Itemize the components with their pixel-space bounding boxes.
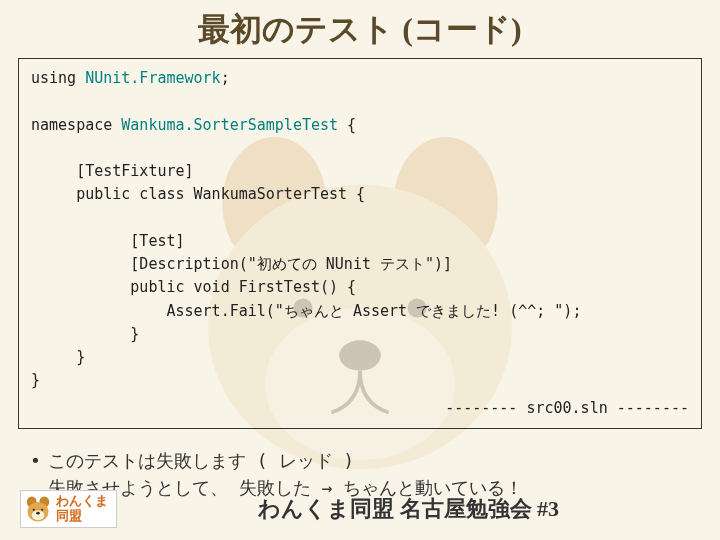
code-line: public class WankumaSorterTest {: [31, 185, 365, 203]
slide-title: 最初のテスト (コード): [0, 0, 720, 58]
code-line: namespace: [31, 116, 121, 134]
code-line: }: [31, 371, 40, 389]
logo: わんくま 同盟: [20, 490, 117, 528]
logo-text: わんくま 同盟: [56, 494, 108, 524]
code-line: Assert.Fail("ちゃんと Assert できました! (^^; ");: [31, 302, 581, 320]
footer: わんくま 同盟 わんくま同盟 名古屋勉強会 #3: [0, 490, 720, 528]
code-line: [TestFixture]: [31, 162, 194, 180]
bullet-item: •このテストは失敗します ( レッド ): [30, 447, 690, 474]
code-block: using NUnit.Framework; namespace Wankuma…: [18, 58, 702, 429]
bear-icon: [24, 495, 52, 523]
code-line: [Description("初めての NUnit テスト")]: [31, 255, 452, 273]
code-line: ;: [221, 69, 230, 87]
svg-point-13: [41, 509, 43, 511]
code-line: Wankuma.SorterSampleTest: [121, 116, 338, 134]
footer-title: わんくま同盟 名古屋勉強会 #3: [117, 494, 700, 524]
svg-point-12: [33, 509, 35, 511]
code-line: [Test]: [31, 232, 185, 250]
code-line: using: [31, 69, 85, 87]
source-note: -------- src00.sln --------: [31, 397, 689, 420]
code-line: {: [338, 116, 356, 134]
code-line: public void FirstTest() {: [31, 278, 356, 296]
code-line: }: [31, 348, 85, 366]
code-line: }: [31, 325, 139, 343]
svg-point-11: [36, 512, 40, 515]
code-line: NUnit.Framework: [85, 69, 220, 87]
